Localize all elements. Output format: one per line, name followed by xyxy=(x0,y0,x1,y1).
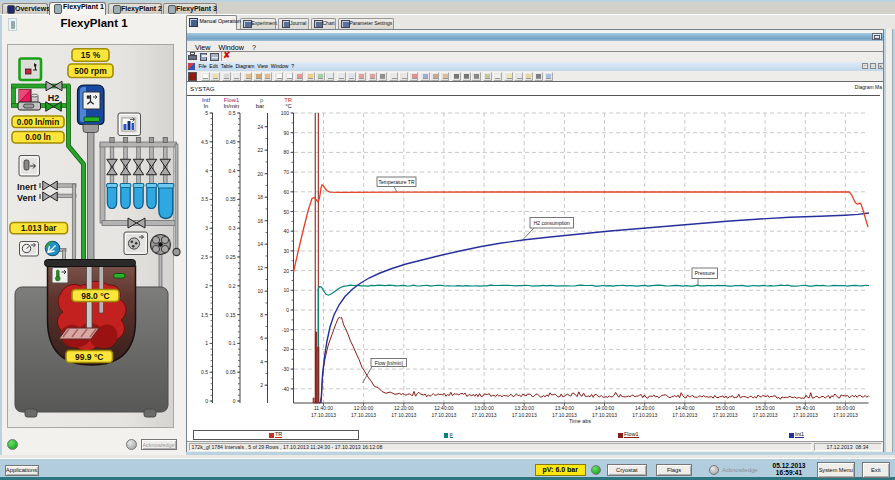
svg-text:17.10.2013: 17.10.2013 xyxy=(592,412,617,418)
svg-text:17.10.2013: 17.10.2013 xyxy=(431,412,456,418)
svg-text:0.25: 0.25 xyxy=(226,254,236,260)
svg-text:18: 18 xyxy=(257,194,263,200)
svg-text:p: p xyxy=(260,97,263,103)
svg-text:4: 4 xyxy=(260,359,263,365)
svg-text:12:00:00: 12:00:00 xyxy=(354,405,374,411)
svg-text:60: 60 xyxy=(283,189,289,195)
svg-text:0.4: 0.4 xyxy=(229,168,236,174)
svg-text:0.3: 0.3 xyxy=(229,225,236,231)
svg-text:Pressure: Pressure xyxy=(695,270,715,276)
svg-text:16:00:00: 16:00:00 xyxy=(836,405,856,411)
svg-text:17.10.2013: 17.10.2013 xyxy=(391,412,416,418)
svg-text:13:40:00: 13:40:00 xyxy=(555,405,575,411)
svg-text:-30: -30 xyxy=(282,366,289,372)
svg-text:H2 consumption: H2 consumption xyxy=(534,220,570,226)
svg-text:3.5: 3.5 xyxy=(201,196,208,202)
svg-text:4: 4 xyxy=(205,168,208,174)
svg-text:40: 40 xyxy=(283,228,289,234)
svg-text:16: 16 xyxy=(257,218,263,224)
svg-text:15:00:00: 15:00:00 xyxy=(715,405,735,411)
svg-text:6: 6 xyxy=(260,335,263,341)
svg-text:17.10.2013: 17.10.2013 xyxy=(753,412,778,418)
svg-text:5: 5 xyxy=(205,110,208,116)
svg-text:Time abs: Time abs xyxy=(569,418,591,424)
svg-text:17.10.2013: 17.10.2013 xyxy=(833,412,858,418)
svg-text:Temperature TR: Temperature TR xyxy=(378,179,414,185)
svg-text:10: 10 xyxy=(283,287,289,293)
svg-text:Flow [ln/min]: Flow [ln/min] xyxy=(375,360,404,366)
svg-text:2.5: 2.5 xyxy=(201,254,208,260)
svg-text:4.5: 4.5 xyxy=(201,139,208,145)
svg-text:0.05: 0.05 xyxy=(226,369,236,375)
svg-text:ln/min: ln/min xyxy=(224,103,239,109)
svg-text:90: 90 xyxy=(283,130,289,136)
svg-text:15:20:00: 15:20:00 xyxy=(755,405,775,411)
svg-text:°C: °C xyxy=(285,103,292,109)
svg-text:30: 30 xyxy=(283,248,289,254)
svg-text:14:00:00: 14:00:00 xyxy=(595,405,615,411)
svg-text:20: 20 xyxy=(283,268,289,274)
svg-text:13:20:00: 13:20:00 xyxy=(514,405,534,411)
svg-text:0.2: 0.2 xyxy=(229,283,236,289)
svg-text:13:00:00: 13:00:00 xyxy=(474,405,494,411)
svg-text:2: 2 xyxy=(205,283,208,289)
svg-text:0.5: 0.5 xyxy=(201,369,208,375)
svg-text:0.1: 0.1 xyxy=(229,340,236,346)
svg-text:17.10.2013: 17.10.2013 xyxy=(552,412,577,418)
svg-text:11:40:00: 11:40:00 xyxy=(314,405,333,411)
svg-text:0.45: 0.45 xyxy=(226,139,236,145)
svg-text:-20: -20 xyxy=(282,346,289,352)
svg-text:100: 100 xyxy=(281,110,290,116)
svg-text:-40: -40 xyxy=(282,386,289,392)
svg-text:14:40:00: 14:40:00 xyxy=(675,405,695,411)
svg-text:12:20:00: 12:20:00 xyxy=(394,405,414,411)
svg-text:-10: -10 xyxy=(282,327,289,333)
svg-text:8: 8 xyxy=(260,312,263,318)
svg-text:20: 20 xyxy=(257,171,263,177)
svg-text:0.5: 0.5 xyxy=(229,110,236,116)
svg-text:17.10.2013: 17.10.2013 xyxy=(512,412,537,418)
svg-text:2: 2 xyxy=(260,382,263,388)
svg-text:1.5: 1.5 xyxy=(201,312,208,318)
svg-text:0: 0 xyxy=(286,307,289,313)
svg-text:bar: bar xyxy=(256,103,264,109)
svg-text:1: 1 xyxy=(205,340,208,346)
svg-text:80: 80 xyxy=(283,149,289,155)
svg-text:12: 12 xyxy=(257,265,263,271)
svg-text:17.10.2013: 17.10.2013 xyxy=(672,412,697,418)
svg-text:70: 70 xyxy=(283,169,289,175)
svg-text:22: 22 xyxy=(257,147,263,153)
svg-text:24: 24 xyxy=(257,124,263,130)
svg-text:10: 10 xyxy=(257,288,263,294)
svg-text:14:20:00: 14:20:00 xyxy=(635,405,655,411)
svg-text:12:40:00: 12:40:00 xyxy=(434,405,454,411)
svg-text:0.35: 0.35 xyxy=(226,196,236,202)
svg-text:17.10.2013: 17.10.2013 xyxy=(311,412,336,418)
svg-text:Intf: Intf xyxy=(202,97,210,103)
svg-text:15:40:00: 15:40:00 xyxy=(796,405,816,411)
svg-text:0: 0 xyxy=(205,398,208,404)
svg-text:17.10.2013: 17.10.2013 xyxy=(472,412,497,418)
svg-text:17.10.2013: 17.10.2013 xyxy=(632,412,657,418)
svg-text:17.10.2013: 17.10.2013 xyxy=(351,412,376,418)
svg-text:17.10.2013: 17.10.2013 xyxy=(712,412,737,418)
svg-text:3: 3 xyxy=(205,225,208,231)
svg-text:50: 50 xyxy=(283,209,289,215)
svg-text:ln: ln xyxy=(204,103,209,109)
svg-text:0: 0 xyxy=(233,398,236,404)
svg-text:0.15: 0.15 xyxy=(226,312,236,318)
svg-text:Flow1: Flow1 xyxy=(224,97,239,103)
svg-text:TR: TR xyxy=(284,97,292,103)
svg-text:17.10.2013: 17.10.2013 xyxy=(793,412,818,418)
svg-text:14: 14 xyxy=(257,241,263,247)
